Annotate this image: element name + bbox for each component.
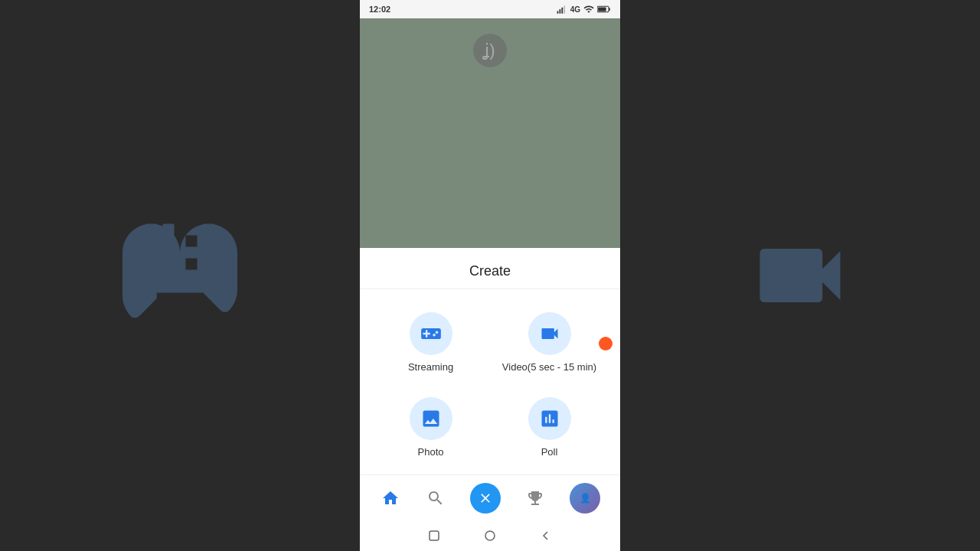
status-time: 12:02 bbox=[369, 5, 390, 14]
status-bar: 12:02 4G bbox=[360, 0, 620, 18]
nav-trophy[interactable] bbox=[517, 484, 554, 513]
svg-point-5 bbox=[210, 274, 219, 283]
notification-dot bbox=[599, 337, 612, 350]
svg-rect-11 bbox=[598, 7, 606, 11]
video-label: Video(5 sec - 15 min) bbox=[502, 361, 596, 374]
background-right bbox=[620, 0, 980, 551]
nav-home[interactable] bbox=[372, 484, 409, 513]
status-icons: 4G bbox=[557, 4, 611, 15]
carrier-text: 4G bbox=[570, 5, 580, 14]
svg-rect-8 bbox=[561, 8, 563, 14]
nav-profile[interactable]: 👤 bbox=[562, 479, 608, 517]
video-menu-item[interactable]: Video(5 sec - 15 min) bbox=[494, 305, 605, 382]
photo-menu-item[interactable]: Photo bbox=[375, 390, 486, 467]
poll-label: Poll bbox=[541, 446, 558, 459]
gamepad-icon bbox=[420, 323, 442, 344]
nav-close[interactable] bbox=[462, 479, 508, 517]
video-icon bbox=[539, 323, 560, 344]
svg-rect-9 bbox=[564, 5, 565, 13]
bottom-sheet: Create Streaming Video(5 s bbox=[360, 248, 620, 551]
android-circle-btn[interactable] bbox=[482, 528, 498, 543]
wifi-icon bbox=[583, 4, 594, 15]
svg-point-14 bbox=[485, 531, 495, 540]
svg-rect-12 bbox=[609, 8, 610, 11]
loading-spinner: ʝ) bbox=[473, 34, 507, 67]
bottom-navigation: 👤 bbox=[360, 474, 620, 520]
photo-label: Photo bbox=[418, 446, 444, 459]
signal-icon bbox=[557, 4, 567, 15]
bg-gamepad-icon bbox=[111, 207, 249, 344]
android-square-btn[interactable] bbox=[426, 528, 442, 543]
nav-search[interactable] bbox=[417, 484, 454, 513]
bg-video-icon bbox=[731, 222, 869, 329]
background-left bbox=[0, 0, 360, 551]
create-title: Create bbox=[360, 248, 620, 289]
streaming-icon-circle bbox=[410, 312, 452, 355]
photo-icon-circle bbox=[410, 397, 452, 440]
menu-grid: Streaming Video(5 sec - 15 min) bbox=[360, 289, 620, 474]
android-back-btn[interactable] bbox=[538, 528, 554, 543]
svg-rect-6 bbox=[557, 11, 558, 13]
svg-point-3 bbox=[221, 262, 230, 272]
avatar: 👤 bbox=[570, 483, 600, 514]
video-icon-circle bbox=[528, 312, 571, 355]
battery-icon bbox=[597, 5, 611, 14]
close-button[interactable] bbox=[470, 483, 501, 514]
svg-rect-13 bbox=[430, 531, 439, 540]
main-content: ʝ) bbox=[360, 18, 620, 248]
trophy-icon bbox=[524, 487, 546, 509]
phone-container: 12:02 4G ʝ) Create bbox=[360, 0, 620, 551]
svg-point-2 bbox=[210, 251, 219, 260]
close-icon bbox=[478, 491, 493, 506]
streaming-label: Streaming bbox=[408, 361, 453, 374]
poll-icon-circle bbox=[528, 397, 571, 440]
photo-icon bbox=[420, 408, 442, 429]
search-icon bbox=[425, 487, 446, 509]
svg-rect-7 bbox=[559, 9, 560, 14]
streaming-menu-item[interactable]: Streaming bbox=[375, 305, 486, 382]
poll-icon bbox=[539, 408, 560, 429]
android-nav-bar bbox=[360, 520, 620, 551]
svg-rect-1 bbox=[147, 251, 155, 274]
svg-point-4 bbox=[198, 262, 207, 272]
poll-menu-item[interactable]: Poll bbox=[494, 390, 605, 467]
home-icon bbox=[380, 487, 401, 509]
